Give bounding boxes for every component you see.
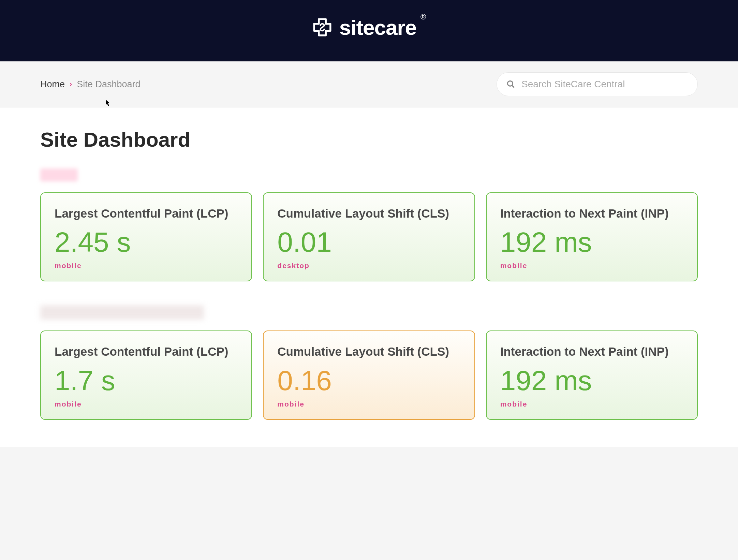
registered-mark: ® <box>420 13 426 21</box>
metric-value: 192 ms <box>500 367 683 395</box>
metric-card-lcp: Largest Contentful Paint (LCP) 2.45 s mo… <box>40 192 252 281</box>
metric-card-cls: Cumulative Layout Shift (CLS) 0.01 deskt… <box>263 192 475 281</box>
breadcrumb-current: Site Dashboard <box>77 79 140 90</box>
page-title: Site Dashboard <box>40 128 698 151</box>
search-icon <box>506 80 515 89</box>
breadcrumb-home-link[interactable]: Home <box>40 79 65 90</box>
metric-title: Largest Contentful Paint (LCP) <box>55 205 238 221</box>
svg-line-1 <box>512 85 514 88</box>
metrics-row: Largest Contentful Paint (LCP) 2.45 s mo… <box>40 192 698 281</box>
metric-tag: mobile <box>55 262 238 270</box>
metric-value: 192 ms <box>500 228 683 256</box>
metric-title: Cumulative Layout Shift (CLS) <box>277 205 460 221</box>
breadcrumb: Home › Site Dashboard <box>40 79 140 90</box>
chevron-right-icon: › <box>70 80 72 89</box>
metric-title: Interaction to Next Paint (INP) <box>500 205 683 221</box>
search-input[interactable] <box>521 79 688 90</box>
metric-card-lcp: Largest Contentful Paint (LCP) 1.7 s mob… <box>40 330 252 419</box>
metric-card-inp: Interaction to Next Paint (INP) 192 ms m… <box>486 330 698 419</box>
metric-tag: mobile <box>500 400 683 408</box>
search-box[interactable] <box>497 72 698 96</box>
metric-title: Interaction to Next Paint (INP) <box>500 343 683 359</box>
metric-card-inp: Interaction to Next Paint (INP) 192 ms m… <box>486 192 698 281</box>
subheader: Home › Site Dashboard <box>0 61 738 107</box>
metric-value: 0.16 <box>277 367 460 395</box>
logo[interactable]: sitecare ® <box>311 15 428 40</box>
metric-tag: mobile <box>277 400 460 408</box>
sitecare-logo-icon <box>311 16 334 39</box>
section-label-blurred <box>40 305 204 320</box>
logo-text: sitecare <box>339 15 416 40</box>
metrics-row: Largest Contentful Paint (LCP) 1.7 s mob… <box>40 330 698 419</box>
app-header: sitecare ® <box>0 0 738 61</box>
metric-value: 0.01 <box>277 228 460 256</box>
metric-tag: mobile <box>500 262 683 270</box>
metric-card-cls: Cumulative Layout Shift (CLS) 0.16 mobil… <box>263 330 475 419</box>
svg-point-0 <box>507 81 513 86</box>
metric-tag: desktop <box>277 262 460 270</box>
metric-value: 1.7 s <box>55 367 238 395</box>
metric-value: 2.45 s <box>55 228 238 256</box>
metric-tag: mobile <box>55 400 238 408</box>
main-content: Site Dashboard Largest Contentful Paint … <box>0 107 738 447</box>
section-label-blurred <box>40 168 78 181</box>
metric-title: Cumulative Layout Shift (CLS) <box>277 343 460 359</box>
metric-title: Largest Contentful Paint (LCP) <box>55 343 238 359</box>
